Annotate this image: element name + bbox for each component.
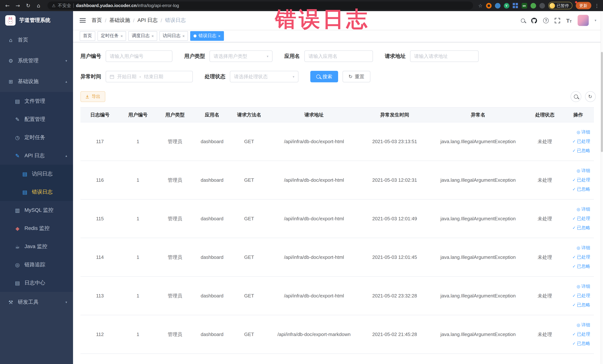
process-link[interactable]: ✓已处理 — [564, 253, 590, 262]
tab-home[interactable]: 首页 — [80, 31, 95, 41]
help-icon[interactable]: ? — [543, 18, 549, 23]
font-size-icon[interactable]: TT — [566, 18, 572, 23]
close-icon[interactable]: × — [182, 34, 185, 38]
sidebar-item-home[interactable]: ⌂首页 — [0, 30, 73, 50]
detail-link[interactable]: ◎详细 — [564, 282, 590, 291]
cell-user-id: 1 — [119, 161, 156, 199]
process-link[interactable]: ✓已处理 — [564, 214, 590, 223]
sidebar-item-link-tracing[interactable]: ◎链路追踪 — [0, 256, 73, 274]
chrome-menu-icon[interactable]: ⋮ — [594, 3, 599, 8]
breadcrumb-api-log[interactable]: API 日志 — [138, 17, 158, 24]
extension-on-icon[interactable]: on — [522, 3, 527, 8]
detail-link[interactable]: ◎详细 — [564, 128, 590, 137]
search-button[interactable]: 搜索 — [310, 71, 338, 82]
address-bar[interactable]: ⚠ 不安全 dashboard.yudao.iocoder.cn/infra/l… — [47, 1, 473, 10]
bookmark-star-icon[interactable]: ☆ — [478, 3, 483, 8]
process-status-select[interactable]: 请选择处理状态 ▾ — [230, 71, 299, 82]
close-icon[interactable]: × — [120, 34, 123, 38]
process-link[interactable]: ✓已处理 — [564, 137, 590, 146]
cell-time: 2021-05-02 23:32:28 — [360, 276, 429, 315]
sidebar-item-log-center[interactable]: ▤日志中心 — [0, 274, 73, 292]
ignore-link[interactable]: ✓已忽略 — [564, 146, 590, 155]
sidebar-item-infrastructure[interactable]: ⊞基础设施▴ — [0, 71, 73, 92]
sidebar-item-file-mgmt[interactable]: ▤文件管理 — [0, 92, 73, 110]
detail-link[interactable]: ◎详细 — [564, 320, 590, 330]
tab-scheduled-jobs[interactable]: 定时任务× — [97, 31, 126, 41]
user-type-select[interactable]: 请选择用户类型 ▾ — [209, 50, 272, 62]
hamburger-icon[interactable] — [80, 18, 86, 23]
tab-error-log[interactable]: 错误日志× — [190, 31, 224, 41]
forward-icon[interactable]: → — [14, 3, 22, 9]
sidebar: 芋道管理系统 ⌂首页 ⚙系统管理▾ ⊞基础设施▴ ▤文件管理 ✎配置管理 ◷定时… — [0, 11, 73, 364]
sidebar-item-api-log[interactable]: ✎API 日志▴ — [0, 146, 73, 165]
sidebar-item-error-log[interactable]: ▤错误日志 — [0, 183, 73, 201]
extension-orange-icon[interactable] — [486, 3, 491, 8]
cell-status: 未处理 — [527, 276, 562, 315]
process-link[interactable]: ✓已处理 — [564, 330, 590, 339]
detail-link[interactable]: ◎详细 — [564, 166, 590, 176]
ignore-link[interactable]: ✓已忽略 — [564, 223, 590, 233]
sidebar-item-access-log[interactable]: ▤访问日志 — [0, 165, 73, 183]
cell-request-url: /api/infra/db-doc/export-html — [268, 276, 360, 315]
cell-user-type: 管理员 — [156, 122, 194, 161]
extension-paw-icon[interactable] — [539, 3, 545, 8]
breadcrumb-infrastructure[interactable]: 基础设施 — [109, 17, 130, 24]
reload-icon[interactable]: ↻ — [24, 3, 32, 9]
extension-leaf-icon[interactable] — [530, 3, 536, 8]
sidebar-item-mysql-monitor[interactable]: ▥MySQL 监控 — [0, 201, 73, 219]
avatar-caret-icon[interactable]: ▾ — [595, 19, 596, 22]
fullscreen-icon[interactable] — [555, 18, 560, 23]
extension-drop-icon[interactable] — [495, 3, 500, 8]
close-icon[interactable]: × — [218, 34, 220, 38]
redis-icon: ◆ — [14, 225, 21, 231]
ignore-link[interactable]: ✓已忽略 — [564, 262, 590, 271]
extension-v-icon[interactable]: V — [504, 3, 509, 8]
sidebar-item-redis-monitor[interactable]: ◆Redis 监控 — [0, 219, 73, 237]
cell-exception: java.lang.IllegalArgumentException — [429, 315, 527, 354]
export-button[interactable]: 导出 — [81, 91, 105, 102]
reset-button[interactable]: ↻重置 — [343, 71, 370, 82]
sidebar-item-system-mgmt[interactable]: ⚙系统管理▾ — [0, 50, 73, 71]
breadcrumb-home[interactable]: 首页 — [92, 17, 102, 24]
profile-paused-badge[interactable]: 已暂停 — [548, 2, 572, 9]
chrome-toolbar-right: ☆ V on 已暂停 更新 ⋮ — [478, 2, 599, 9]
refresh-icon: ↻ — [588, 94, 592, 99]
avatar[interactable] — [578, 15, 589, 26]
scrollbar-thumb[interactable] — [601, 52, 603, 152]
access-log-icon: ▤ — [22, 171, 28, 177]
sidebar-item-dev-tools[interactable]: ⚒研发工具▾ — [0, 292, 73, 313]
home-icon[interactable]: ⌂ — [35, 3, 42, 9]
update-button[interactable]: 更新 — [576, 2, 591, 9]
refresh-button[interactable]: ↻ — [585, 91, 596, 102]
detail-link[interactable]: ◎详细 — [564, 243, 590, 253]
sidebar-item-config-mgmt[interactable]: ✎配置管理 — [0, 110, 73, 128]
process-link[interactable]: ✓已处理 — [564, 176, 590, 185]
github-icon[interactable] — [531, 17, 537, 23]
cell-log-id: 116 — [81, 161, 119, 199]
exception-time-range-picker[interactable]: 开始日期 - 结束日期 — [106, 71, 193, 82]
extension-grid-icon[interactable] — [512, 3, 518, 8]
cell-status: 未处理 — [527, 122, 562, 161]
sidebar-item-java-monitor[interactable]: ☕Java 监控 — [0, 237, 73, 256]
cell-user-id: 1 — [119, 315, 156, 354]
cell-user-type: 管理员 — [156, 276, 194, 315]
scrollbar[interactable] — [600, 11, 603, 364]
sidebar-item-scheduled-jobs[interactable]: ◷定时任务 — [0, 128, 73, 146]
process-link[interactable]: ✓已处理 — [564, 291, 590, 300]
request-url-input[interactable] — [410, 50, 479, 62]
tab-schedule-log[interactable]: 调度日志× — [128, 31, 157, 41]
detail-link[interactable]: ◎详细 — [564, 205, 590, 214]
ignore-link[interactable]: ✓已忽略 — [564, 185, 590, 194]
close-icon[interactable]: × — [151, 34, 154, 38]
user-type-placeholder: 请选择用户类型 — [214, 53, 247, 59]
search-icon[interactable] — [521, 18, 525, 23]
cell-log-id: 115 — [81, 199, 119, 238]
app-name-input[interactable] — [304, 50, 373, 62]
ignore-link[interactable]: ✓已忽略 — [564, 339, 590, 348]
user-id-input[interactable] — [106, 50, 172, 62]
tab-access-log[interactable]: 访问日志× — [159, 31, 188, 41]
ignore-link[interactable]: ✓已忽略 — [564, 300, 590, 310]
log-center-icon: ▤ — [14, 280, 21, 286]
search-toggle-button[interactable] — [570, 91, 581, 102]
back-icon[interactable]: ← — [4, 3, 11, 9]
